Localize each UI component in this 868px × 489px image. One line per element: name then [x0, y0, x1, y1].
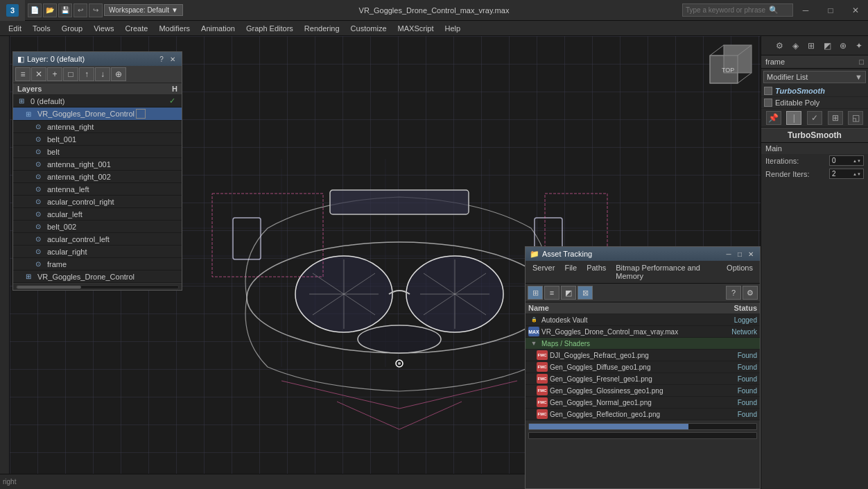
maximize-button[interactable]: □ — [818, 0, 843, 21]
modifier-btn-1[interactable]: | — [786, 111, 801, 125]
menu-maxscript[interactable]: MAXScript — [392, 23, 440, 34]
lw-tool-5[interactable]: ↑ — [79, 67, 94, 81]
list-item[interactable]: ⊞ 0 (default) ✓ — [13, 95, 182, 108]
menu-rendering[interactable]: Rendering — [299, 23, 345, 34]
modifier-editable-poly[interactable]: Editable Poly — [761, 97, 868, 109]
workspace-selector[interactable]: Workspace: Default ▼ — [104, 4, 183, 16]
menu-help[interactable]: Help — [440, 23, 467, 34]
list-item[interactable]: ⊙ antenna_right_002 — [13, 171, 182, 183]
aw-tool-4[interactable]: ⊠ — [578, 286, 593, 300]
modifier-btn-3[interactable]: ⊞ — [828, 111, 843, 125]
lw-tool-1[interactable]: ≡ — [15, 67, 31, 81]
menu-animation[interactable]: Animation — [196, 23, 241, 34]
asset-row[interactable]: FMC DJI_Goggles_Refract_geo1.png Found — [526, 350, 760, 361]
rp-icon-2[interactable]: ◈ — [788, 38, 803, 53]
asset-row[interactable]: FMC Gen_Goggles_Glossiness_geo1.png Foun… — [526, 385, 760, 397]
menu-tools[interactable]: Tools — [27, 23, 56, 34]
aw-tool-3[interactable]: ◩ — [561, 286, 576, 300]
search-box[interactable]: 🔍 — [682, 3, 793, 17]
list-item[interactable]: ⊙ antenna_right_001 — [13, 158, 182, 171]
close-button[interactable]: ✕ — [843, 0, 868, 21]
rp-icon-5[interactable]: ⊕ — [835, 38, 851, 53]
list-item[interactable]: ⊙ frame — [13, 258, 182, 271]
list-item[interactable]: ⊙ antenna_right — [13, 121, 182, 133]
minimize-button[interactable]: ─ — [793, 0, 818, 21]
menu-views[interactable]: Views — [88, 23, 119, 34]
menu-graph-editors[interactable]: Graph Editors — [241, 23, 299, 34]
list-item[interactable]: ⊙ belt_001 — [13, 133, 182, 146]
scrollbar-track[interactable] — [16, 285, 179, 289]
scrollbar-thumb[interactable] — [17, 286, 81, 289]
window-title: VR_Goggles_Drone_Control_max_vray.max — [186, 6, 682, 15]
aw-menu-server[interactable]: Server — [528, 262, 559, 282]
modifier-btn-4[interactable]: ◱ — [848, 111, 863, 125]
modifier-btn-2[interactable]: ✓ — [807, 111, 822, 125]
iterations-input[interactable]: 0 ▲▼ — [829, 155, 864, 166]
asset-group-name: ▼ Maps / Shaders — [528, 338, 709, 348]
asset-name-text: Gen_Goggles_Normal_geo1.png — [550, 399, 652, 406]
lw-tool-2[interactable]: ✕ — [31, 67, 46, 81]
rp-icon-3[interactable]: ⊞ — [804, 38, 819, 53]
aw-tool-1[interactable]: ⊞ — [528, 286, 543, 300]
editable-poly-checkbox[interactable] — [764, 98, 772, 107]
asset-max-button[interactable]: □ — [735, 249, 745, 259]
new-btn[interactable]: 📄 — [28, 3, 42, 17]
turbosmooth-checkbox[interactable] — [764, 87, 772, 95]
aw-tool-2[interactable]: ≡ — [544, 286, 559, 300]
menu-customize[interactable]: Customize — [345, 23, 392, 34]
asset-min-button[interactable]: ─ — [724, 249, 734, 259]
undo-btn[interactable]: ↩ — [73, 3, 87, 17]
aw-settings-btn[interactable]: ⚙ — [743, 286, 758, 300]
lw-tool-6[interactable]: ↓ — [95, 67, 110, 81]
menu-group[interactable]: Group — [56, 23, 89, 34]
asset-row[interactable]: FMC Gen_Goggles_Diffuse_geo1.png Found — [526, 361, 760, 373]
redo-btn[interactable]: ↪ — [89, 3, 103, 17]
list-item[interactable]: ⊙ acular_left — [13, 208, 182, 221]
asset-status: Found — [709, 375, 757, 383]
aw-help-btn[interactable]: ? — [726, 286, 741, 300]
menu-modifiers[interactable]: Modifiers — [153, 23, 196, 34]
list-item[interactable]: ⊙ acular_control_left — [13, 233, 182, 246]
asset-row[interactable]: FMC Gen_Goggles_Fresnel_geo1.png Found — [526, 373, 760, 385]
list-item[interactable]: ⊙ belt_002 — [13, 221, 182, 233]
open-btn[interactable]: 📂 — [43, 3, 57, 17]
list-item[interactable]: ⊙ antenna_left — [13, 183, 182, 196]
aw-menu-bitmap[interactable]: Bitmap Performance and Memory — [611, 262, 721, 282]
asset-close-button[interactable]: ✕ — [746, 249, 756, 259]
layer-window-close[interactable]: ✕ — [168, 54, 177, 64]
iterations-spinners[interactable]: ▲▼ — [853, 159, 861, 163]
aw-menu-paths[interactable]: Paths — [582, 262, 610, 282]
pin-btn[interactable]: 📌 — [766, 111, 781, 125]
list-item[interactable]: ⊙ belt — [13, 146, 182, 158]
aw-menu-options[interactable]: Options — [722, 262, 757, 282]
menu-create[interactable]: Create — [119, 23, 153, 34]
lw-tool-3[interactable]: + — [47, 67, 62, 81]
lw-tool-4[interactable]: □ — [63, 67, 78, 81]
asset-row[interactable]: 🔒 Autodesk Vault Logged — [526, 314, 760, 326]
aw-menu-file[interactable]: File — [560, 262, 581, 282]
asset-row[interactable]: FMC Gen_Goggles_Normal_geo1.png Found — [526, 397, 760, 409]
list-item[interactable]: ⊙ acular_control_right — [13, 196, 182, 208]
render-iters-input[interactable]: 2 ▲▼ — [829, 169, 864, 179]
layer-item-name: acular_control_left — [47, 235, 110, 243]
save-btn[interactable]: 💾 — [58, 3, 72, 17]
rp-icon-4[interactable]: ◩ — [819, 38, 835, 53]
asset-status: Found — [709, 411, 757, 418]
navigation-cube[interactable]: TOP — [706, 42, 755, 90]
rp-icon-6[interactable]: ✦ — [851, 38, 867, 53]
asset-row[interactable]: ▼ Maps / Shaders — [526, 338, 760, 350]
asset-row[interactable]: FMC Gen_Goggles_Reflection_geo1.png Foun… — [526, 409, 760, 420]
lw-tool-7[interactable]: ⊕ — [111, 67, 126, 81]
layer-scrollbar[interactable] — [13, 283, 182, 290]
layer-window-help[interactable]: ? — [157, 54, 166, 64]
asset-row[interactable]: MAX VR_Goggles_Drone_Control_max_vray.ma… — [526, 326, 760, 338]
modifier-turbosmooth[interactable]: TurboSmooth — [761, 85, 868, 97]
list-item[interactable]: ⊞ VR_Goggles_Drone_Control — [13, 271, 182, 283]
rp-icon-1[interactable]: ⚙ — [772, 38, 787, 53]
modifier-list-dropdown[interactable]: Modifier List ▼ — [763, 71, 866, 83]
search-input[interactable] — [686, 6, 769, 14]
menu-edit[interactable]: Edit — [3, 23, 27, 34]
list-item[interactable]: ⊙ acular_right — [13, 246, 182, 258]
render-iters-spinners[interactable]: ▲▼ — [853, 172, 861, 176]
list-item[interactable]: ⊞ VR_Goggles_Drone_Control — [13, 108, 182, 121]
